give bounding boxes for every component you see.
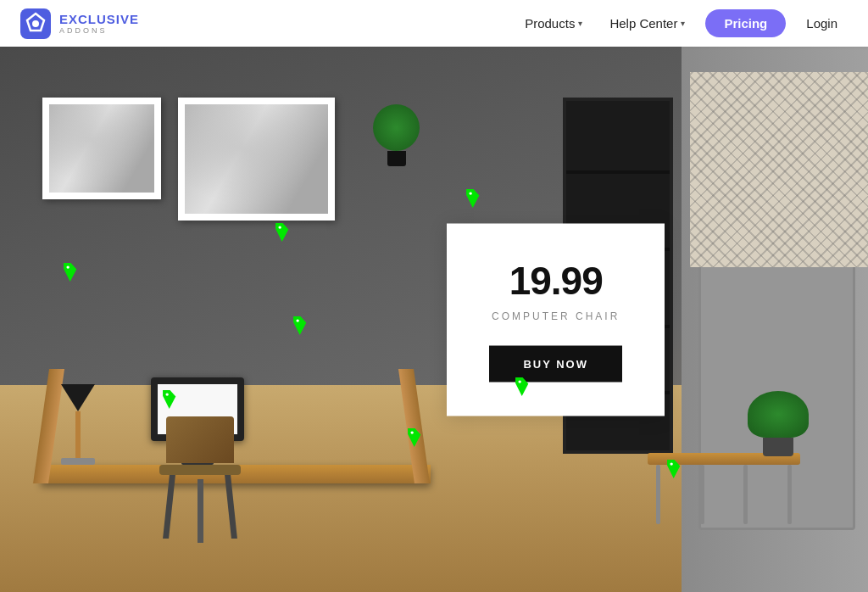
svg-point-2 [32, 20, 39, 27]
logo-sub: ADDONS [59, 27, 139, 35]
desk-lamp [61, 384, 95, 465]
navbar: EXCLUSIVE ADDONS Products ▾ Help Center … [0, 0, 868, 47]
chair-leg-1 [163, 475, 175, 539]
price-tag-1[interactable] [59, 263, 78, 282]
lamp-base [61, 458, 95, 465]
svg-point-6 [410, 431, 413, 433]
bench-leg-3 [743, 465, 748, 524]
room-background: 19.99 COMPUTER CHAIR BUY NOW [0, 47, 868, 592]
help-chevron-icon: ▾ [681, 19, 685, 28]
shelf-top-plant [373, 104, 420, 166]
chair-seat [159, 465, 241, 475]
price-tag-7[interactable] [663, 460, 682, 478]
product-price: 19.99 [489, 257, 622, 303]
price-tag-2[interactable] [271, 223, 290, 242]
nav-help-label: Help Center [609, 16, 677, 31]
nav-products[interactable]: Products ▾ [515, 11, 593, 36]
svg-point-3 [66, 265, 69, 268]
shelf-plant-leaves [373, 104, 420, 151]
price-tag-4[interactable] [403, 428, 422, 447]
nav-pricing-button[interactable]: Pricing [705, 9, 786, 37]
logo-icon [20, 8, 51, 39]
chair-body [159, 416, 241, 543]
svg-point-5 [296, 319, 298, 321]
svg-point-9 [670, 462, 672, 465]
price-tag-6[interactable] [462, 189, 481, 208]
products-chevron-icon: ▾ [578, 19, 582, 28]
plant-right [748, 391, 809, 456]
plant-leaves-right [748, 391, 809, 438]
product-name: COMPUTER CHAIR [489, 310, 622, 321]
chair-legs [159, 475, 241, 543]
price-tag-5[interactable] [511, 377, 530, 396]
bench-leg-4 [787, 465, 792, 524]
svg-point-4 [278, 226, 281, 228]
nav-links: Products ▾ Help Center ▾ Pricing Login [515, 9, 848, 37]
buy-now-button[interactable]: BUY NOW [489, 345, 622, 382]
picture-2-inner [185, 104, 328, 214]
svg-point-8 [469, 192, 471, 194]
chair-leg-3 [225, 475, 237, 539]
wall-picture-1 [42, 98, 161, 199]
bench-leg-2 [700, 465, 704, 524]
chair-leg-2 [198, 479, 203, 543]
art-pattern-bg [690, 72, 868, 267]
logo-text: EXCLUSIVE ADDONS [59, 13, 139, 35]
chair [159, 416, 241, 543]
product-card: 19.99 COMPUTER CHAIR BUY NOW [447, 223, 665, 416]
lamp-body [75, 411, 81, 458]
picture-1-inner [49, 104, 154, 193]
price-tag-8[interactable] [159, 390, 177, 409]
wall-picture-2 [178, 98, 335, 221]
logo-area: EXCLUSIVE ADDONS [20, 8, 515, 39]
desk-area [41, 465, 448, 483]
svg-point-7 [518, 380, 520, 383]
logo-main: EXCLUSIVE [59, 13, 139, 25]
nav-products-label: Products [525, 16, 575, 31]
hero-section: 19.99 COMPUTER CHAIR BUY NOW [0, 47, 868, 592]
nav-login-link[interactable]: Login [796, 11, 848, 36]
svg-point-10 [165, 393, 168, 395]
chair-back [166, 416, 234, 463]
price-tag-3[interactable] [289, 316, 308, 335]
nav-help-center[interactable]: Help Center ▾ [599, 11, 695, 36]
wall-pictures-area [42, 98, 335, 221]
plant-pot-right [763, 438, 793, 456]
bench-leg-1 [656, 465, 660, 524]
wall-art-pattern [690, 72, 868, 267]
shelf-level-1 [566, 170, 670, 174]
shelf-plant-pot [387, 151, 406, 166]
lamp-shade [61, 384, 95, 411]
